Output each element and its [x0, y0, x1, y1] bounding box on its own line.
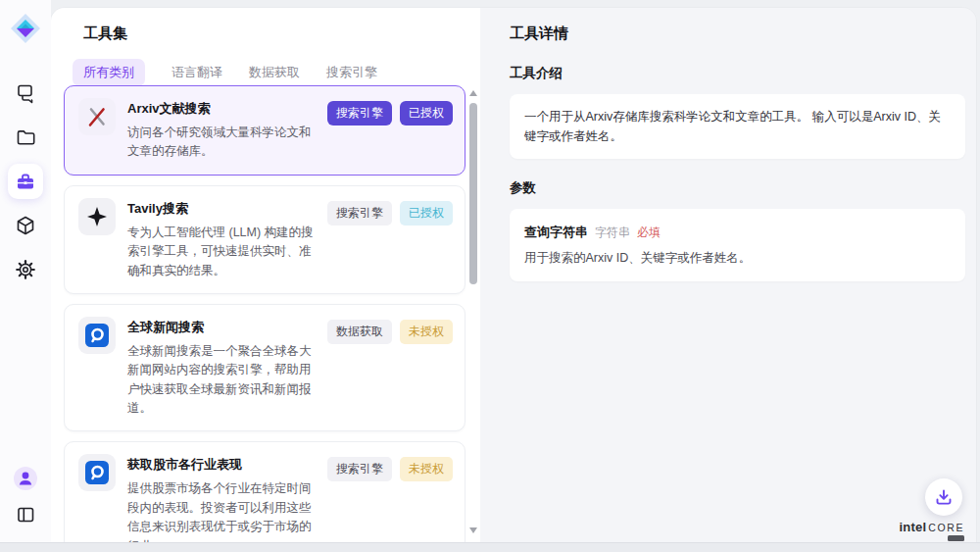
sidebar-item-models[interactable] [8, 208, 43, 243]
tool-description: 全球新闻搜索是一个聚合全球各大新闻网站内容的搜索引擎，帮助用户快速获取全球最新资… [127, 342, 316, 419]
toolset-panel: 工具集 所有类别语言翻译数据获取搜索引擎 Arxiv文献搜索 访问各个研究领域大… [51, 8, 480, 542]
scroll-down-arrow-icon[interactable] [469, 527, 477, 533]
tool-card[interactable]: Tavily搜索 专为人工智能代理 (LLM) 构建的搜索引擎工具，可快速提供实… [64, 185, 466, 294]
chat-icon [15, 82, 36, 104]
download-icon [935, 488, 953, 506]
tool-details-title: 工具详情 [510, 25, 965, 43]
tool-card[interactable]: 全球新闻搜索 全球新闻搜索是一个聚合全球各大新闻网站内容的搜索引擎，帮助用户快速… [64, 304, 466, 432]
param-description: 用于搜索的Arxiv ID、关键字或作者姓名。 [524, 250, 951, 267]
scrollbar-thumb[interactable] [469, 103, 477, 284]
tool-list: Arxiv文献搜索 访问各个研究领域大量科学论文和文章的存储库。 搜索引擎 已授… [64, 85, 466, 542]
param-name: 查询字符串 [524, 225, 588, 239]
user-avatar-icon [13, 466, 38, 491]
toolset-title: 工具集 [83, 25, 461, 43]
tool-title: Tavily搜索 [127, 200, 316, 218]
category-tab[interactable]: 所有类别 [73, 59, 145, 86]
tool-card[interactable]: 获取股市各行业表现 提供股票市场各个行业在特定时间段内的表现。投资者可以利用这些… [64, 441, 466, 542]
tool-auth-badge: 已授权 [400, 201, 453, 226]
user-avatar[interactable] [12, 465, 39, 492]
category-tab[interactable]: 搜索引擎 [326, 64, 377, 81]
tool-auth-badge: 未授权 [400, 320, 453, 344]
param-type: 字符串 [595, 226, 630, 239]
category-tab[interactable]: 数据获取 [249, 64, 300, 81]
sidebar-item-settings[interactable] [8, 252, 43, 287]
tool-icon [78, 98, 116, 135]
tool-auth-badge: 已授权 [400, 101, 453, 125]
param-required-badge: 必填 [637, 226, 661, 239]
app-sidebar [0, 0, 51, 542]
tool-category-badge: 搜索引擎 [327, 201, 392, 226]
tool-title: 获取股市各行业表现 [127, 456, 316, 474]
params-heading: 参数 [510, 179, 965, 197]
intel-core-logo: intel CORE [900, 521, 964, 541]
param-card: 查询字符串字符串必填 用于搜索的Arxiv ID、关键字或作者姓名。 [510, 209, 965, 281]
tool-icon [78, 454, 116, 491]
tool-icon [78, 198, 116, 235]
tool-category-badge: 搜索引擎 [327, 101, 392, 125]
tool-title: 全球新闻搜索 [127, 319, 316, 336]
category-tab[interactable]: 语言翻译 [172, 64, 222, 81]
download-button[interactable] [925, 478, 962, 516]
panel-icon [15, 504, 36, 526]
toggle-panel-button[interactable] [12, 501, 39, 528]
tool-title: Arxiv文献搜索 [127, 100, 316, 118]
sidebar-item-tools[interactable] [8, 164, 43, 199]
tool-description: 专为人工智能代理 (LLM) 构建的搜索引擎工具，可快速提供实时、准确和真实的结… [127, 224, 316, 280]
gear-icon [15, 259, 36, 280]
diamond-logo-icon [9, 12, 42, 45]
intro-card: 一个用于从Arxiv存储库搜索科学论文和文章的工具。 输入可以是Arxiv ID… [510, 94, 965, 159]
toolbox-icon [15, 171, 36, 192]
intro-heading: 工具介绍 [510, 65, 965, 82]
main-window: 工具集 所有类别语言翻译数据获取搜索引擎 Arxiv文献搜索 访问各个研究领域大… [51, 8, 976, 542]
intel-text: intel [900, 521, 927, 533]
category-tabs: 所有类别语言翻译数据获取搜索引擎 [83, 59, 480, 86]
ultra-badge [948, 535, 964, 541]
tool-icon [78, 317, 116, 354]
tool-description: 提供股票市场各个行业在特定时间段内的表现。投资者可以利用这些信息来识别表现优于或… [127, 479, 316, 542]
cube-icon [15, 215, 36, 236]
tool-category-badge: 数据获取 [327, 320, 392, 344]
folder-icon [15, 126, 36, 148]
list-scrollbar[interactable] [468, 90, 477, 533]
bottom-strip [0, 542, 980, 552]
core-text: CORE [928, 523, 964, 533]
scroll-up-arrow-icon[interactable] [469, 90, 477, 96]
tool-category-badge: 搜索引擎 [327, 457, 392, 481]
tool-auth-badge: 未授权 [400, 457, 453, 481]
sidebar-item-chat[interactable] [8, 75, 43, 111]
tool-card[interactable]: Arxiv文献搜索 访问各个研究领域大量科学论文和文章的存储库。 搜索引擎 已授… [64, 85, 466, 176]
tool-details-panel: 工具详情 工具介绍 一个用于从Arxiv存储库搜索科学论文和文章的工具。 输入可… [480, 8, 976, 542]
app-logo [8, 11, 43, 46]
tool-description: 访问各个研究领域大量科学论文和文章的存储库。 [127, 124, 316, 162]
sidebar-item-files[interactable] [8, 120, 43, 155]
